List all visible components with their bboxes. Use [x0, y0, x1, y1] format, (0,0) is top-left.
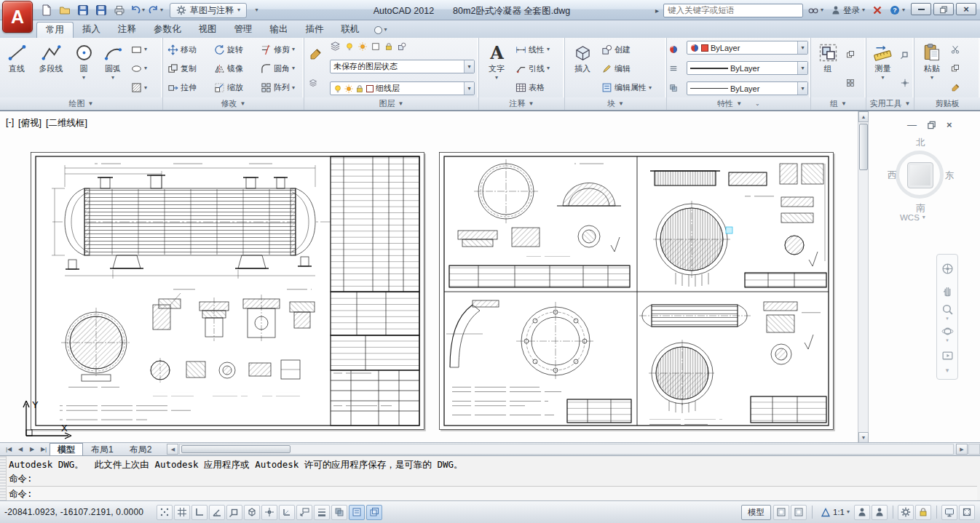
status-toggle-snap[interactable]	[157, 505, 173, 520]
help-button[interactable]: ▾	[888, 3, 907, 17]
layer-off-icon[interactable]	[345, 42, 354, 51]
new-file-button[interactable]	[38, 2, 55, 18]
horizontal-scrollbar[interactable]	[179, 444, 954, 455]
command-input[interactable]: 命令:	[7, 486, 977, 500]
last-tab-button[interactable]: ▶|	[38, 444, 50, 455]
group-edit-button[interactable]	[844, 74, 864, 92]
annotation-scale-dropdown[interactable]: 1:1▾	[817, 505, 853, 520]
color-dropdown[interactable]: ByLayer▾	[687, 41, 808, 55]
tab-annotate[interactable]: 注释	[109, 22, 145, 38]
model-space-button[interactable]: 模型	[741, 505, 771, 520]
horizontal-scroll-thumb[interactable]	[181, 445, 291, 453]
insert-block-button[interactable]: 插入	[567, 40, 598, 97]
visual-style-control[interactable]: [二维线框]	[46, 117, 87, 129]
status-toggle-osnap[interactable]	[226, 505, 242, 520]
redo-dropdown-icon[interactable]: ▾	[160, 7, 163, 13]
cut-button[interactable]	[949, 41, 978, 59]
table-button[interactable]: 表格	[513, 79, 562, 97]
redo-button[interactable]: ▾	[147, 2, 164, 18]
undo-dropdown-icon[interactable]: ▾	[142, 7, 145, 13]
layer-state-dropdown[interactable]: 未保存的图层状态▾	[330, 60, 475, 73]
list-icon[interactable]	[669, 64, 678, 73]
workspace-switching-button[interactable]	[898, 505, 914, 520]
vertical-scroll-thumb[interactable]	[859, 124, 868, 170]
scroll-down-button[interactable]: ▼	[858, 432, 869, 443]
viewcube[interactable]: 北 西 东 南	[884, 137, 957, 213]
clean-screen-button[interactable]	[959, 505, 975, 520]
layer-properties-icon[interactable]	[330, 41, 341, 52]
stretch-tool-button[interactable]: 拉伸	[165, 79, 212, 97]
tab-parametric[interactable]: 参数化	[145, 22, 190, 38]
mirror-tool-button[interactable]: 镜像	[212, 60, 258, 78]
edit-block-button[interactable]: 编辑	[599, 60, 664, 78]
model-tab[interactable]: 模型	[50, 443, 83, 455]
toolbar-lock-button[interactable]	[915, 505, 931, 520]
transparency-icon[interactable]	[669, 84, 678, 92]
scroll-up-button[interactable]: ▲	[858, 111, 869, 122]
annotation-autoscale-button[interactable]	[872, 505, 888, 520]
command-history[interactable]: Autodesk DWG。 此文件上次由 Autodesk 应用程序或 Auto…	[9, 458, 977, 485]
match-properties-button[interactable]	[307, 45, 327, 63]
annotation-visibility-button[interactable]	[854, 505, 870, 520]
panel-title-draw[interactable]: 绘图▼	[0, 97, 162, 110]
drawing-restore-icon[interactable]	[927, 120, 936, 129]
paste-button[interactable]: 粘贴▾	[917, 40, 947, 97]
plot-button[interactable]	[111, 2, 127, 18]
match-props-clip-button[interactable]	[949, 79, 978, 97]
scroll-right-button[interactable]: ▶	[956, 444, 968, 455]
layer-color-swatch[interactable]	[366, 85, 374, 92]
hardware-acceleration-button[interactable]	[941, 505, 957, 520]
viewcube-top-face[interactable]	[907, 162, 933, 188]
status-toggle-ortho[interactable]	[191, 505, 208, 520]
status-toggle-grid[interactable]	[174, 505, 190, 520]
object-color-icon[interactable]	[669, 45, 678, 54]
status-toggle-dyn[interactable]	[296, 505, 312, 520]
measure-button[interactable]: 测量▾	[869, 40, 897, 97]
scale-tool-button[interactable]: 缩放	[212, 79, 258, 97]
layout2-tab[interactable]: 布局2	[122, 443, 160, 455]
tab-insert[interactable]: 插入	[74, 22, 109, 38]
panel-title-block[interactable]: 块▼	[565, 97, 666, 110]
rotate-tool-button[interactable]: 旋转	[212, 41, 258, 59]
rectangle-tool-button[interactable]: ▾	[129, 41, 158, 59]
layer-unlock-icon[interactable]	[355, 84, 364, 93]
fillet-tool-button[interactable]: 圆角▾	[258, 60, 304, 78]
panel-title-modify[interactable]: 修改▼	[163, 97, 304, 110]
layer-plus-icon[interactable]	[398, 42, 406, 51]
linear-dimension-button[interactable]: 线性▾	[513, 41, 562, 59]
show-motion-button[interactable]	[937, 345, 957, 367]
wcs-dropdown[interactable]: WCS▾	[900, 213, 925, 222]
layer-match-button[interactable]	[307, 74, 327, 92]
hatch-tool-button[interactable]: ▾	[129, 79, 158, 97]
layer-lock-icon[interactable]	[384, 42, 393, 51]
array-tool-button[interactable]: 阵列▾	[258, 79, 304, 97]
panel-title-clipboard[interactable]: 剪贴板	[914, 97, 980, 110]
viewcube-east[interactable]: 东	[945, 169, 955, 182]
signin-button[interactable]: 登录▾	[829, 3, 867, 17]
view-name-control[interactable]: [俯视]	[18, 117, 42, 129]
search-button[interactable]: ▾	[806, 3, 826, 17]
tab-view[interactable]: 视图	[190, 22, 226, 38]
status-toggle-lwt[interactable]	[314, 505, 330, 520]
first-tab-button[interactable]: |◀	[3, 444, 15, 455]
save-as-button[interactable]	[92, 2, 109, 18]
quick-view-drawings-button[interactable]	[791, 505, 807, 520]
copy-clip-button[interactable]	[949, 60, 978, 78]
text-tool-button[interactable]: 文字▾	[481, 40, 512, 97]
prev-tab-button[interactable]: ◀	[15, 444, 26, 455]
tab-plugins[interactable]: 插件	[297, 22, 333, 38]
ellipse-tool-button[interactable]: ▾	[129, 60, 158, 78]
copy-tool-button[interactable]: 复制	[165, 60, 212, 78]
status-toggle-otrack[interactable]	[261, 505, 277, 520]
arc-tool-button[interactable]: 圆弧▾	[98, 40, 127, 97]
tab-home[interactable]: 常用	[36, 22, 74, 38]
navigation-wheel-button[interactable]	[937, 257, 957, 279]
layer-isolate-icon[interactable]	[358, 42, 367, 51]
move-tool-button[interactable]: 移动	[165, 41, 212, 59]
restore-button[interactable]	[933, 3, 954, 15]
circle-tool-button[interactable]: 圆▾	[71, 40, 97, 97]
drawing-close-icon[interactable]: ×	[947, 120, 952, 129]
trim-tool-button[interactable]: 修剪▾	[258, 41, 304, 59]
properties-dialog-launcher-icon[interactable]: ⌄	[755, 101, 760, 107]
tab-manage[interactable]: 管理	[226, 22, 261, 38]
